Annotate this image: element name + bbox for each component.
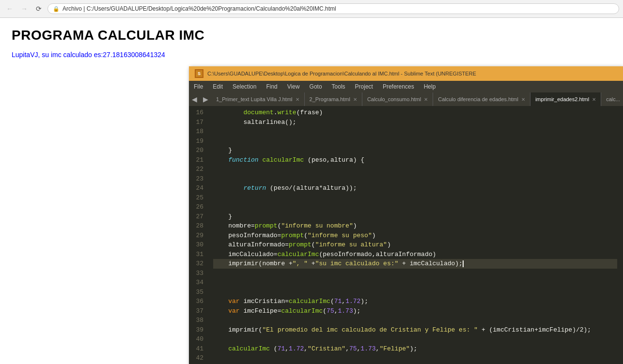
tab-5-label: imprimir_edades2.html (535, 96, 589, 102)
menu-help[interactable]: Help (419, 82, 441, 91)
line-numbers: 1617181920212223242526272829303132333435… (189, 106, 207, 364)
sublime-window: S C:\Users\GUADALUPE\Desktop\Logica de P… (189, 66, 623, 364)
browser-chrome: ← → ⟳ 🔒 Archivo | C:/Users/GUADALUPE/Des… (0, 0, 623, 18)
sublime-menubar: File Edit Selection Find View Goto Tools… (189, 81, 623, 92)
menu-preferences[interactable]: Preferences (378, 82, 419, 91)
tab-1-label: 1_Primer_text Lupita Villa J.html (216, 96, 293, 102)
tab-2-label: 2_Programa.html (310, 96, 350, 102)
menu-file[interactable]: File (189, 82, 208, 91)
forward-button[interactable]: → (18, 3, 30, 15)
tab-4-label: Calculo diferencia de edades.html (438, 96, 518, 102)
back-button[interactable]: ← (4, 3, 16, 15)
tab-3[interactable]: Calculo_consumo.html ✕ (362, 92, 433, 106)
menu-find[interactable]: Find (261, 82, 282, 91)
sublime-tabbar: ◀ ▶ 1_Primer_text Lupita Villa J.html ✕ … (189, 92, 623, 106)
sublime-title-text: C:\Users\GUADALUPE\Desktop\Logica de Pro… (207, 71, 476, 76)
menu-tools[interactable]: Tools (327, 82, 350, 91)
tab-3-close[interactable]: ✕ (424, 97, 428, 102)
tab-4-close[interactable]: ✕ (521, 97, 525, 102)
reload-button[interactable]: ⟳ (33, 3, 45, 15)
tab-next-button[interactable]: ▶ (200, 92, 211, 106)
tab-2[interactable]: 2_Programa.html ✕ (305, 92, 362, 106)
tab-6[interactable]: calc... ✕ (601, 92, 623, 106)
tab-6-label: calc... (606, 96, 620, 102)
sublime-titlebar: S C:\Users\GUADALUPE\Desktop\Logica de P… (189, 66, 623, 81)
code-editor[interactable]: 1617181920212223242526272829303132333435… (189, 106, 623, 364)
page-title: PROGRAMA CALCULAR IMC (12, 28, 611, 43)
sublime-logo: S (195, 69, 203, 78)
tab-1[interactable]: 1_Primer_text Lupita Villa J.html ✕ (211, 92, 305, 106)
lock-icon: 🔒 (53, 6, 60, 12)
address-text: Archivo | C:/Users/GUADALUPE/Desktop/Log… (62, 5, 336, 12)
menu-view[interactable]: View (282, 82, 305, 91)
tab-5[interactable]: imprimir_edades2.html ✕ (530, 92, 601, 106)
tab-2-close[interactable]: ✕ (353, 97, 357, 102)
page-content: PROGRAMA CALCULAR IMC LupitaVJ, su imc c… (0, 18, 623, 78)
page-subtitle: LupitaVJ, su imc calculado es:27.1816300… (12, 51, 611, 59)
menu-edit[interactable]: Edit (208, 82, 228, 91)
tab-5-close[interactable]: ✕ (592, 97, 596, 102)
menu-project[interactable]: Project (350, 82, 378, 91)
tab-1-close[interactable]: ✕ (296, 97, 299, 102)
address-bar[interactable]: 🔒 Archivo | C:/Users/GUADALUPE/Desktop/L… (47, 3, 619, 14)
code-content[interactable]: document.write(frase) saltarlinea(); } f… (207, 106, 623, 364)
menu-selection[interactable]: Selection (228, 82, 261, 91)
tab-prev-button[interactable]: ◀ (189, 92, 200, 106)
tab-4[interactable]: Calculo diferencia de edades.html ✕ (433, 92, 530, 106)
tab-3-label: Calculo_consumo.html (367, 96, 421, 102)
browser-toolbar: ← → ⟳ 🔒 Archivo | C:/Users/GUADALUPE/Des… (0, 0, 623, 17)
menu-goto[interactable]: Goto (305, 82, 327, 91)
